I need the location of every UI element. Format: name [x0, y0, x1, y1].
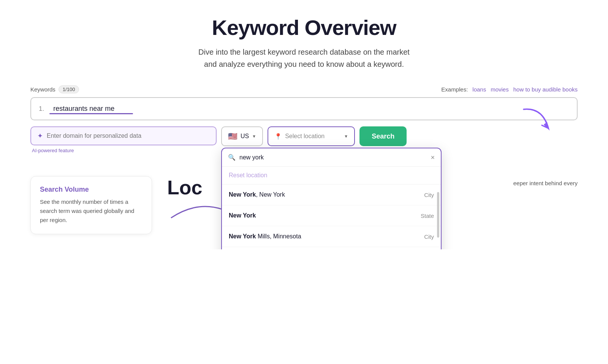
scrollbar-track — [437, 184, 439, 249]
keywords-label: Keywords 1/100 — [30, 85, 79, 93]
dropdown-item-2[interactable]: New York Mills, Minnesota City — [222, 226, 441, 247]
dropdown-item-name-1: New York — [229, 212, 256, 219]
dropdown-search-row: 🔍 × — [222, 148, 441, 167]
dropdown-item-type-2: City — [424, 233, 434, 240]
location-selector[interactable]: 📍 Select location ▼ — [268, 126, 355, 146]
keyword-input-row: 1. — [30, 97, 578, 120]
domain-input-wrapper: ✦ AI-powered feature — [30, 126, 217, 153]
dropdown-clear-icon[interactable]: × — [431, 154, 435, 161]
dropdown-item-type-0: City — [424, 192, 434, 198]
dropdown-item-name-2: New York Mills, Minnesota — [229, 233, 301, 240]
dropdown-item-1[interactable]: New York State — [222, 205, 441, 226]
hero-subtitle: Dive into the largest keyword research d… — [30, 46, 578, 70]
loc-title: Loc — [167, 176, 202, 199]
country-value: US — [241, 133, 249, 140]
right-text: eeper intent behind every — [513, 180, 578, 186]
dropdown-item-name-0: New York, New York — [229, 191, 285, 198]
right-text-snippet: eeper intent behind every — [513, 176, 578, 187]
country-chevron-icon: ▼ — [252, 134, 256, 139]
location-dropdown: 🔍 × Reset location New York, New York Ci… — [221, 148, 442, 249]
info-card-title: Search Volume — [40, 186, 142, 194]
example-movies[interactable]: movies — [491, 86, 509, 93]
keyword-underline-bar — [49, 113, 133, 114]
search-section: Keywords 1/100 Examples: loans movies ho… — [30, 85, 578, 153]
keyword-underline-wrapper — [49, 98, 577, 120]
country-selector[interactable]: 🇺🇸 US ▼ — [221, 126, 263, 146]
keywords-badge: 1/100 — [59, 85, 79, 93]
examples-row: Examples: loans movies how to buy audibl… — [441, 86, 578, 93]
info-card-text: See the monthly number of times a search… — [40, 197, 142, 225]
domain-input[interactable] — [47, 132, 210, 139]
location-chevron-icon: ▼ — [344, 134, 348, 139]
reset-location-button[interactable]: Reset location — [222, 167, 441, 184]
dropdown-item-type-1: State — [421, 213, 434, 219]
dropdown-item-0[interactable]: New York, New York City — [222, 184, 441, 205]
scrollbar-thumb[interactable] — [437, 192, 439, 238]
country-flag: 🇺🇸 — [228, 132, 238, 141]
keywords-row: Keywords 1/100 Examples: loans movies ho… — [30, 85, 578, 93]
domain-input-box: ✦ — [30, 126, 217, 145]
dropdown-search-icon: 🔍 — [228, 154, 236, 161]
example-books[interactable]: how to buy audible books — [513, 86, 578, 93]
location-pin-icon: 📍 — [274, 133, 282, 140]
dropdown-item-3[interactable]: New York County, New York County — [222, 247, 441, 249]
ai-sparkle-icon: ✦ — [37, 132, 43, 140]
page-title: Keyword Overview — [30, 15, 578, 40]
search-volume-card: Search Volume See the monthly number of … — [30, 176, 152, 234]
search-button[interactable]: Search — [359, 126, 407, 146]
example-loans[interactable]: loans — [472, 86, 486, 93]
hero-section: Keyword Overview Dive into the largest k… — [30, 15, 578, 70]
controls-row: ✦ AI-powered feature 🇺🇸 US ▼ 📍 Select lo… — [30, 126, 578, 153]
dropdown-results: New York, New York City New York State N… — [222, 184, 441, 249]
keyword-number: 1. — [31, 98, 49, 120]
dropdown-search-input[interactable] — [239, 154, 427, 161]
location-placeholder: Select location — [285, 133, 325, 140]
ai-powered-label: AI-powered feature — [32, 148, 217, 153]
keyword-input[interactable] — [49, 98, 577, 120]
